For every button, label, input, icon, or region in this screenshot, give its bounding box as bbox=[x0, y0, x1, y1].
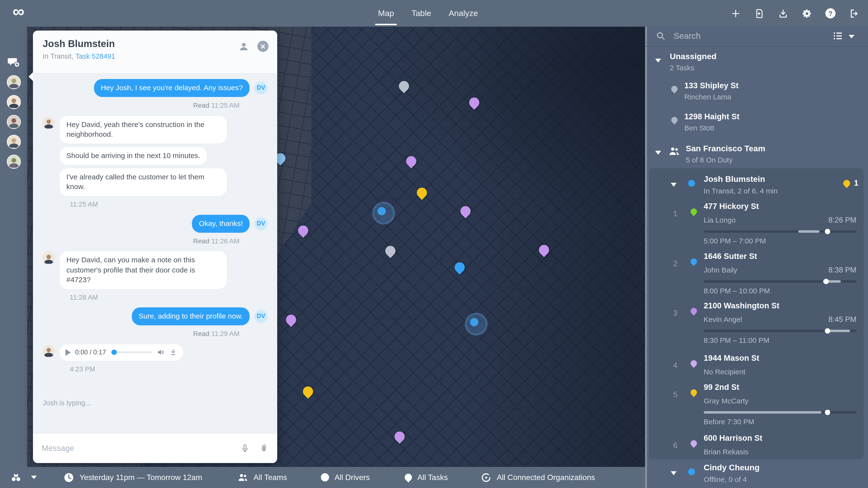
tab-analyze[interactable]: Analyze bbox=[448, 0, 478, 27]
task-number: 1 bbox=[673, 209, 678, 218]
avatar-driver-1[interactable] bbox=[7, 75, 21, 89]
list-view-icon[interactable] bbox=[833, 32, 843, 40]
connected-org-icon bbox=[481, 472, 491, 483]
tab-map[interactable]: Map bbox=[378, 0, 394, 27]
task-recipient: John Baily bbox=[704, 266, 737, 274]
progress-handle[interactable] bbox=[824, 279, 829, 284]
driver-location-dot[interactable] bbox=[470, 318, 478, 326]
task-window: Before 7:30 PM bbox=[704, 418, 754, 426]
sort-caret-icon[interactable] bbox=[848, 35, 855, 38]
task-address: 1646 Sutter St bbox=[704, 252, 757, 261]
search-input[interactable]: Search bbox=[674, 31, 819, 41]
teams-filter[interactable]: All Teams bbox=[238, 472, 287, 483]
task-pin-icon bbox=[689, 257, 699, 266]
audio-seek-slider[interactable] bbox=[111, 352, 152, 353]
close-icon[interactable]: ✕ bbox=[257, 41, 269, 52]
filter-bar: Yesterday 11pm — Tomorrow 12am All Teams… bbox=[0, 467, 645, 488]
task-eta: 8:26 PM bbox=[829, 216, 856, 224]
play-icon[interactable] bbox=[65, 349, 71, 356]
task-progress-bar[interactable] bbox=[704, 230, 856, 233]
driver-location-dot[interactable] bbox=[377, 207, 386, 215]
chat-panel: Josh Blumstein In Transit, Task 528491 ✕… bbox=[33, 31, 277, 463]
collapse-unassigned-icon[interactable] bbox=[655, 59, 661, 63]
teams-icon bbox=[238, 472, 248, 483]
task-progress-bar[interactable] bbox=[704, 330, 856, 332]
chat-driver-name: Josh Blumstein bbox=[43, 38, 268, 50]
chat-rail bbox=[0, 27, 27, 467]
audio-download-icon[interactable] bbox=[169, 348, 177, 356]
map-visibility-menu[interactable] bbox=[11, 472, 37, 483]
app-logo-infinity-icon[interactable]: ∞ bbox=[12, 2, 25, 21]
sender-initials-avatar: DV bbox=[254, 310, 268, 323]
task-pin-icon bbox=[689, 439, 699, 448]
tab-table[interactable]: Table bbox=[411, 0, 431, 27]
progress-handle[interactable] bbox=[825, 229, 830, 234]
tasks-filter[interactable]: All Tasks bbox=[405, 473, 448, 482]
drivers-filter[interactable]: All Drivers bbox=[321, 473, 370, 482]
attachment-paperclip-icon[interactable] bbox=[259, 443, 269, 453]
microphone-icon[interactable] bbox=[240, 443, 250, 453]
chat-message-list[interactable]: Hey Josh, I see you're delayed. Any issu… bbox=[33, 74, 277, 411]
time-filter[interactable]: Yesterday 11pm — Tomorrow 12am bbox=[63, 472, 202, 483]
read-receipt: Read 11:29 AM bbox=[43, 330, 268, 337]
logout-icon[interactable] bbox=[848, 8, 859, 19]
driver-dot-icon bbox=[321, 474, 329, 482]
sidebar-divider bbox=[645, 46, 868, 47]
message-bubble: Sure, adding to their profile now. bbox=[132, 307, 250, 325]
typing-indicator: Josh is typing... bbox=[43, 399, 91, 407]
avatar-driver-2-active[interactable] bbox=[7, 95, 21, 109]
task-pin-icon bbox=[403, 472, 413, 482]
avatar-driver-4[interactable] bbox=[7, 135, 21, 149]
chat-task-link[interactable]: Task 528491 bbox=[75, 52, 115, 60]
selected-driver-block: Josh Blumstein In Transit, 2 of 6, 4 min… bbox=[649, 168, 864, 459]
clock-icon bbox=[63, 472, 74, 483]
volume-icon[interactable] bbox=[157, 348, 165, 356]
add-icon[interactable] bbox=[731, 8, 741, 19]
driver-profile-icon[interactable] bbox=[239, 41, 249, 52]
message-sent: Okay, thanks! DV bbox=[43, 215, 268, 233]
progress-handle[interactable] bbox=[825, 328, 830, 334]
audio-message-player: 0:00 / 0:17 bbox=[60, 344, 183, 361]
read-receipt: Read 11:26 AM bbox=[43, 237, 268, 245]
collapse-driver-icon[interactable] bbox=[671, 471, 677, 475]
task-pin-icon bbox=[689, 388, 699, 397]
driver-name: Cindy Cheung bbox=[704, 463, 760, 473]
message-bubble: Hey David, yeah there's construction in … bbox=[60, 116, 227, 144]
message-input[interactable] bbox=[42, 444, 231, 453]
task-progress-bar[interactable] bbox=[704, 411, 856, 414]
help-icon[interactable]: ? bbox=[825, 8, 836, 19]
import-tasks-icon[interactable] bbox=[754, 8, 765, 19]
settings-gear-icon[interactable] bbox=[802, 8, 812, 19]
task-recipient: Ben Stott bbox=[684, 124, 714, 132]
progress-fill bbox=[799, 230, 820, 233]
task-progress-bar[interactable] bbox=[704, 280, 856, 283]
collapse-team-icon[interactable] bbox=[655, 151, 661, 155]
avatar-driver-5[interactable] bbox=[7, 155, 21, 169]
organizations-filter[interactable]: All Connected Organizations bbox=[481, 472, 595, 483]
progress-handle[interactable] bbox=[825, 410, 830, 415]
receipt-label: Read bbox=[193, 237, 209, 245]
audio-time: 0:00 / 0:17 bbox=[75, 348, 106, 356]
task-number: 2 bbox=[673, 260, 678, 268]
message-bubble: Should be arriving in the next 10 minute… bbox=[60, 147, 207, 164]
receipt-label: Read bbox=[193, 101, 209, 109]
task-recipient: Rinchen Lama bbox=[684, 93, 731, 101]
task-recipient: Gray McCarty bbox=[704, 397, 748, 405]
driver-status-dot bbox=[688, 468, 695, 475]
group-subtitle: 2 Tasks bbox=[670, 63, 694, 72]
new-chat-icon[interactable] bbox=[7, 57, 20, 68]
sidebar-scrollbar[interactable] bbox=[645, 27, 647, 488]
export-download-icon[interactable] bbox=[778, 8, 788, 19]
task-number: 5 bbox=[673, 390, 678, 399]
task-address: 1298 Haight St bbox=[684, 112, 739, 121]
driver-name[interactable]: Josh Blumstein bbox=[704, 175, 765, 184]
audio-seek-handle[interactable] bbox=[111, 349, 117, 355]
task-address: 99 2nd St bbox=[704, 383, 739, 392]
message-timestamp: 4:23 PM bbox=[70, 365, 268, 373]
task-eta: 8:38 PM bbox=[829, 266, 856, 274]
avatar-driver-3[interactable] bbox=[7, 115, 21, 129]
collapse-driver-icon[interactable] bbox=[671, 183, 677, 187]
task-address: 133 Shipley St bbox=[684, 81, 739, 90]
task-recipient: Kevin Angel bbox=[704, 315, 742, 324]
orgs-filter-label: All Connected Organizations bbox=[497, 473, 595, 482]
